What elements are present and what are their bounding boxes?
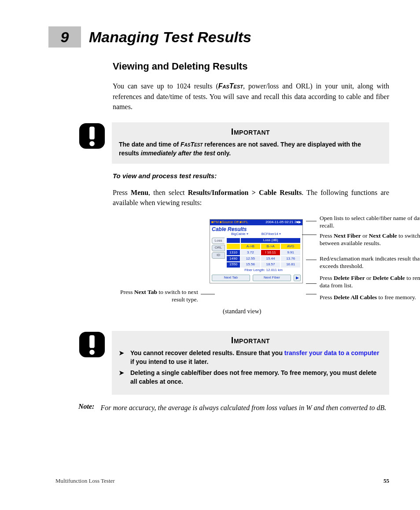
bullet-item: Deleting a single cable/fiber does not f…	[119, 369, 382, 386]
fastest-brand: FasTest	[181, 141, 203, 148]
dropdown-row: BigCable BCFiber14	[210, 232, 302, 238]
page-footer: Multifunction Loss Tester 55	[55, 477, 389, 484]
callout-title: Important	[119, 127, 382, 137]
intro-paragraph: You can save up to 1024 results (FasTest…	[113, 81, 389, 112]
chapter-header: 9 Managing Test Results	[31, 26, 389, 48]
text: only.	[215, 150, 231, 157]
result-tabs: Loss ORL ID	[212, 238, 225, 273]
svg-point-5	[89, 350, 95, 355]
scroll-right-button[interactable]: ▶	[294, 275, 301, 281]
procedure-subhead: To view and process test results:	[113, 172, 389, 180]
annotation-delete: Press Delete Fiber or Delete Cable to re…	[320, 275, 420, 290]
results-table: Loss (dB) A->BB->AAVG 13103.72! 10.119.9…	[226, 238, 301, 273]
chapter-number-badge: 9	[48, 26, 81, 48]
note: Note: For more accuracy, the average is …	[78, 403, 389, 413]
tab-loss[interactable]: Loss	[212, 238, 225, 244]
leader-line	[306, 294, 317, 294]
screen-buttons: Next Tab Next Fiber ▶	[210, 273, 302, 283]
fiber-dropdown[interactable]: BCFiber14	[262, 232, 281, 236]
figure: ■PM ■Source Off ■VFL 2004-11-05 02:21 2■…	[113, 215, 389, 320]
screen-title: Cable Results	[210, 225, 302, 232]
important-callout: Important The date and time of FasTest r…	[78, 122, 389, 164]
emphasis: immediately after the test	[141, 150, 215, 157]
important-callout: Important You cannot recover deleted res…	[78, 331, 389, 395]
note-text: For more accuracy, the average is always…	[100, 403, 386, 413]
tab-id[interactable]: ID	[212, 252, 225, 259]
svg-point-2	[89, 141, 95, 147]
leader-line	[201, 294, 215, 294]
col-header: AVG	[280, 243, 301, 249]
text: , then select	[148, 189, 188, 196]
exclamation-icon	[78, 331, 106, 358]
screen-body: Loss ORL ID Loss (dB) A->BB->AAVG 13103.…	[210, 238, 302, 274]
annotation-delete-all: Press Delete All Cables to free memory.	[320, 294, 420, 301]
menu-key-label: Menu	[131, 189, 148, 196]
table-row: 155015.5618.5716.81	[226, 262, 301, 268]
exclamation-icon	[78, 122, 106, 150]
note-label: Note:	[78, 403, 94, 413]
leader-line	[306, 260, 317, 260]
annotation-next: Press Next Fiber or Next Cable to switch…	[320, 232, 420, 247]
standard-view-label: (standard view)	[223, 308, 261, 315]
table-row: 149012.5515.4413.76	[226, 256, 301, 262]
bullet-item: You cannot recover deleted results. Ensu…	[119, 349, 382, 366]
step-text: Press Menu, then select Results/Informat…	[113, 187, 389, 208]
callout-body: The date and time of FasTest references …	[119, 140, 382, 158]
text: The date and time of	[119, 141, 181, 148]
leader-line	[302, 235, 317, 235]
callout-title: Important	[119, 335, 382, 345]
table-span-header: Loss (dB)	[240, 238, 301, 244]
cable-dropdown[interactable]: BigCable	[231, 232, 248, 236]
callout-box: Important You cannot recover deleted res…	[112, 331, 389, 395]
section: Viewing and Deleting Results You can sav…	[31, 61, 389, 112]
section-title: Viewing and Deleting Results	[113, 61, 389, 72]
callout-box: Important The date and time of FasTest r…	[112, 122, 389, 164]
text: You can save up to 1024 results (	[113, 82, 218, 90]
next-fiber-button[interactable]: Next Fiber	[253, 275, 291, 281]
leader-line	[306, 283, 317, 284]
fastest-brand: FasTest	[218, 82, 243, 90]
annotation-left: Press Next Tab to switch to next result …	[110, 289, 198, 304]
status-bar: ■PM ■Source Off ■VFL 2004-11-05 02:21 2■…	[210, 220, 302, 225]
callout-body: You cannot recover deleted results. Ensu…	[119, 349, 382, 386]
status-right: 2004-11-05 02:21 2■▶	[265, 220, 301, 224]
chapter-title: Managing Test Results	[89, 29, 251, 44]
next-tab-button[interactable]: Next Tab	[212, 275, 250, 281]
menu-path: Results/Information > Cable Results	[188, 189, 302, 196]
procedure: To view and process test results: Press …	[31, 172, 389, 320]
tab-orl[interactable]: ORL	[212, 245, 225, 251]
annotation-threshold: Red/exclamation mark indicates result th…	[320, 255, 420, 270]
table-row: 13103.72! 10.119.91	[226, 249, 301, 256]
col-header: B->A	[261, 243, 281, 249]
status-left: ■PM ■Source Off ■VFL	[211, 220, 248, 224]
col-header: A->B	[240, 243, 261, 249]
svg-rect-1	[89, 127, 95, 139]
transfer-data-link[interactable]: transfer your data to a computer	[284, 349, 379, 356]
product-name: Multifunction Loss Tester	[55, 477, 115, 484]
page-number: 55	[383, 477, 389, 484]
page: 9 Managing Test Results Viewing and Dele…	[0, 0, 420, 510]
fiber-length: Fiber Length: 12.011 km	[226, 268, 301, 273]
leader-line	[306, 221, 317, 221]
device-screen: ■PM ■Source Off ■VFL 2004-11-05 02:21 2■…	[210, 219, 303, 283]
svg-rect-4	[89, 335, 95, 348]
text: Press	[113, 189, 131, 196]
annotation-open-lists: Open lists to select cable/fiber name of…	[320, 215, 420, 230]
